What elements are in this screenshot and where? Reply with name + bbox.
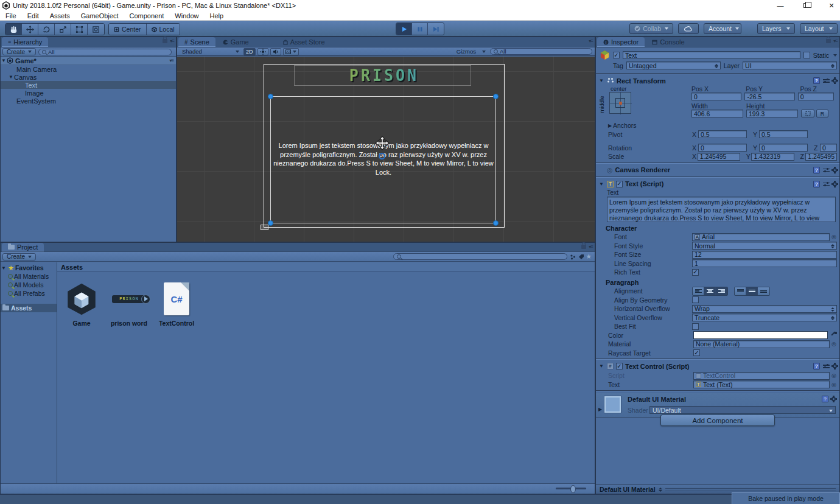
collab-button[interactable]: Collab xyxy=(629,23,673,34)
tag-dropdown[interactable]: Untagged xyxy=(626,61,721,69)
tab-asset-store[interactable]: Asset Store xyxy=(277,37,331,47)
scale-z-field[interactable]: 1.245495 xyxy=(805,153,837,161)
help-icon[interactable]: ? xyxy=(813,181,820,187)
align-center-button[interactable] xyxy=(704,287,716,295)
align-right-button[interactable] xyxy=(716,287,727,295)
object-picker-icon[interactable]: ◎ xyxy=(831,341,837,347)
gear-icon[interactable] xyxy=(833,168,837,172)
panel-menu-icon[interactable]: ▾≡ xyxy=(833,38,838,44)
scale-y-field[interactable]: 1.432319 xyxy=(751,153,794,161)
line-spacing-field[interactable]: 1 xyxy=(692,259,837,267)
foldout-icon[interactable]: ▼ xyxy=(1,58,7,63)
hierarchy-item-text[interactable]: Text xyxy=(1,81,176,89)
favorites-row[interactable]: ▼ ★ Favorites xyxy=(1,264,57,272)
component-enabled-checkbox[interactable] xyxy=(616,181,623,187)
rotation-y-field[interactable]: 0 xyxy=(759,144,808,152)
align-left-button[interactable] xyxy=(693,287,704,295)
height-field[interactable]: 199.3 xyxy=(746,110,798,117)
panel-menu-icon[interactable]: ▾≡ xyxy=(589,244,593,250)
layers-dropdown[interactable]: Layers xyxy=(757,23,795,34)
foldout-icon[interactable]: ▼ xyxy=(598,78,604,83)
asset-prison-word-image[interactable]: PRISON prison word xyxy=(110,281,149,483)
menu-window[interactable]: Window xyxy=(169,12,204,19)
help-icon[interactable]: ? xyxy=(813,363,820,369)
hierarchy-search-input[interactable]: All xyxy=(38,49,172,55)
transform-tool-button[interactable] xyxy=(88,24,104,35)
pivot-center-button[interactable]: Center xyxy=(109,24,147,35)
object-picker-icon[interactable]: ◎ xyxy=(831,373,837,379)
scale-tool-button[interactable] xyxy=(55,24,71,35)
rich-text-checkbox[interactable] xyxy=(692,269,699,276)
audio-toggle-button[interactable] xyxy=(270,48,281,55)
menu-component[interactable]: Component xyxy=(124,12,169,19)
restore-button[interactable] xyxy=(801,2,811,9)
favorites-all-models[interactable]: All Models xyxy=(1,281,57,289)
color-swatch[interactable] xyxy=(693,331,828,339)
font-style-dropdown[interactable]: Normal xyxy=(692,242,837,250)
rotation-x-field[interactable]: 0 xyxy=(698,144,747,152)
effects-dropdown-button[interactable] xyxy=(283,48,299,55)
hierarchy-create-button[interactable]: Create xyxy=(2,48,36,55)
layout-dropdown[interactable]: Layout xyxy=(800,23,838,34)
tab-game[interactable]: Game xyxy=(217,37,255,47)
vertical-overflow-dropdown[interactable]: Truncate xyxy=(692,313,837,321)
anchor-preset-widget[interactable] xyxy=(609,92,631,114)
eyedropper-icon[interactable] xyxy=(830,332,837,339)
hierarchy-item-canvas[interactable]: ▼ Canvas xyxy=(1,73,176,81)
gear-icon[interactable] xyxy=(833,182,837,186)
horizontal-overflow-dropdown[interactable]: Wrap xyxy=(692,305,837,313)
shaded-dropdown[interactable]: Shaded xyxy=(180,48,242,55)
rect-tool-button[interactable] xyxy=(71,24,88,35)
scene-menu-icon[interactable]: ▾≡ xyxy=(169,58,173,63)
active-checkbox[interactable] xyxy=(613,52,620,58)
pivot-x-field[interactable]: 0.5 xyxy=(698,130,747,138)
lighting-toggle-button[interactable] xyxy=(257,48,268,55)
gear-icon[interactable] xyxy=(833,79,837,83)
canvas-corner-gizmo[interactable] xyxy=(261,225,268,230)
favorites-star-icon[interactable]: ★ xyxy=(586,253,592,261)
presets-icon[interactable] xyxy=(823,167,830,173)
search-by-label-icon[interactable] xyxy=(578,254,584,260)
name-field[interactable]: Text xyxy=(623,51,800,59)
asset-game-scene[interactable]: Game xyxy=(62,281,101,483)
align-bottom-button[interactable] xyxy=(758,287,769,295)
pos-y-field[interactable]: -26.5 xyxy=(744,93,794,100)
selection-handle-top-right[interactable] xyxy=(493,94,499,99)
pos-x-field[interactable]: 0 xyxy=(691,93,741,100)
gear-icon[interactable] xyxy=(831,397,836,401)
shader-dropdown[interactable]: UI/Default xyxy=(649,406,836,414)
material-object-field[interactable]: None (Material) xyxy=(693,340,830,348)
favorites-all-prefabs[interactable]: All Prefabs xyxy=(1,289,57,298)
pause-button[interactable] xyxy=(412,23,428,35)
preview-resize-icon[interactable] xyxy=(659,488,662,492)
scale-x-field[interactable]: 1.245495 xyxy=(698,153,740,161)
foldout-icon[interactable]: ▼ xyxy=(598,181,604,187)
font-size-field[interactable]: 12 xyxy=(692,251,837,259)
lock-icon[interactable] xyxy=(581,245,586,249)
lock-icon[interactable] xyxy=(163,39,167,43)
gear-icon[interactable] xyxy=(833,364,837,368)
foldout-icon[interactable]: ▼ xyxy=(8,74,14,80)
selection-handle-bottom-right[interactable] xyxy=(493,220,499,226)
hierarchy-item-main-camera[interactable]: Main Camera xyxy=(1,65,176,73)
layer-dropdown[interactable]: UI xyxy=(743,61,837,69)
presets-icon[interactable] xyxy=(823,363,830,369)
hand-tool-button[interactable] xyxy=(5,24,22,35)
step-button[interactable] xyxy=(428,23,444,35)
search-by-type-icon[interactable] xyxy=(570,254,576,260)
help-icon[interactable]: ? xyxy=(813,77,820,84)
rotation-z-field[interactable]: 0 xyxy=(820,144,837,152)
raw-mode-button[interactable]: R xyxy=(816,110,828,117)
rotate-tool-button[interactable] xyxy=(38,24,55,35)
lock-icon[interactable] xyxy=(826,39,831,43)
menu-help[interactable]: Help xyxy=(204,12,229,19)
object-picker-icon[interactable]: ◎ xyxy=(831,382,837,388)
scene-viewport[interactable]: PRISON Lorem Ipsum jest tekstem stosowan… xyxy=(177,57,595,242)
component-enabled-checkbox[interactable] xyxy=(616,363,623,369)
account-dropdown[interactable]: Account xyxy=(704,23,741,34)
presets-icon[interactable] xyxy=(823,181,830,187)
menu-gameobject[interactable]: GameObject xyxy=(75,12,124,19)
material-preview-thumb[interactable] xyxy=(604,396,621,413)
thumbnail-size-slider[interactable] xyxy=(556,488,586,489)
2d-toggle-button[interactable]: 2D xyxy=(243,48,256,55)
